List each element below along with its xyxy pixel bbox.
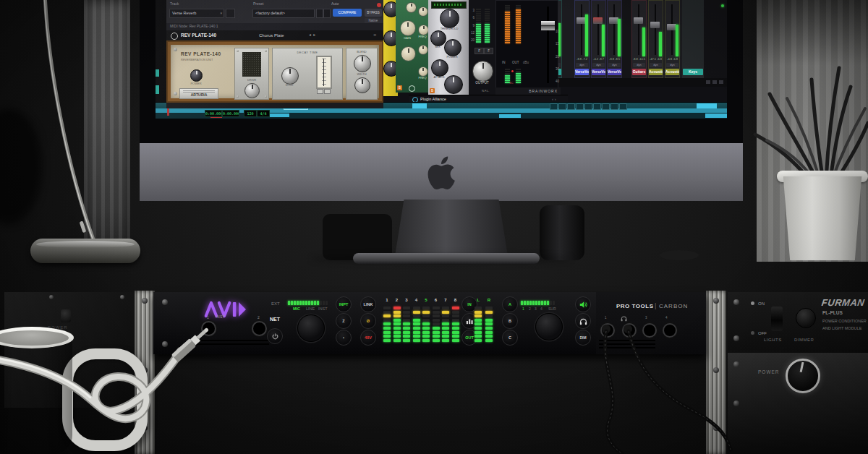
eq-gain-knob[interactable] xyxy=(400,20,416,36)
input-gain-knob[interactable] xyxy=(297,314,325,342)
power-knob[interactable] xyxy=(444,39,461,56)
edit-tool-buttons[interactable] xyxy=(550,103,637,108)
mix-knob[interactable] xyxy=(430,30,446,46)
fader-track[interactable] xyxy=(581,4,582,55)
transport-counter[interactable]: 0:00.000 xyxy=(205,110,222,117)
channel-name-tag[interactable]: VerseVoxVrb xyxy=(592,69,605,75)
z-button[interactable]: Z xyxy=(336,313,352,329)
monitor-volume-knob[interactable] xyxy=(535,313,563,340)
power-toggle[interactable] xyxy=(61,309,71,322)
inpt-button[interactable]: INPT xyxy=(336,296,352,312)
headphone-button[interactable] xyxy=(575,313,591,329)
edit-tool-button[interactable] xyxy=(550,103,558,110)
menu-icon[interactable]: ≡ xyxy=(373,33,376,38)
edit-tool-button[interactable] xyxy=(576,103,584,110)
decay-button[interactable] xyxy=(317,89,323,94)
hp-jack-1[interactable] xyxy=(600,323,615,338)
insert-slot[interactable]: dyn xyxy=(666,63,678,67)
fader-cap[interactable] xyxy=(541,21,555,30)
dimmer-knob[interactable] xyxy=(796,308,816,328)
pad-button[interactable]: • xyxy=(336,330,352,346)
mixer-fader[interactable] xyxy=(593,17,603,24)
transport-counter[interactable]: 120 xyxy=(244,110,257,117)
track-selector[interactable]: Verse Reverb ▾ xyxy=(169,9,224,18)
monitor-b-button[interactable]: B xyxy=(502,313,518,329)
width-knob[interactable] xyxy=(354,77,370,93)
decay-button[interactable] xyxy=(324,89,331,94)
eq-freq-knob[interactable] xyxy=(418,67,428,77)
audio-clip[interactable] xyxy=(697,103,717,108)
librarian-button[interactable] xyxy=(226,9,235,18)
fader-track[interactable] xyxy=(655,4,656,55)
power-button[interactable] xyxy=(267,328,283,344)
preset-selector[interactable]: <factory default> xyxy=(252,9,315,18)
edit-tool-button[interactable] xyxy=(567,103,575,110)
transport-counter[interactable]: 4/4 xyxy=(257,110,270,117)
attack-knob[interactable] xyxy=(431,59,448,77)
channel-name-tag[interactable]: AcousticGtr xyxy=(649,69,663,75)
fader-track[interactable] xyxy=(613,4,615,55)
edit-tool-button[interactable] xyxy=(558,103,566,110)
fader-track[interactable] xyxy=(597,4,599,55)
preset-prev-button[interactable] xyxy=(316,9,323,18)
close-icon[interactable] xyxy=(377,3,381,7)
threshold-knob[interactable] xyxy=(440,9,459,28)
monitor-c-button[interactable]: C xyxy=(502,330,518,346)
audio-clip[interactable] xyxy=(412,103,427,108)
power-knob[interactable] xyxy=(786,359,820,393)
lamp-base[interactable] xyxy=(30,239,140,263)
dim-button[interactable]: DIM xyxy=(575,330,591,346)
recovery-knob[interactable] xyxy=(444,75,463,94)
transport-counter[interactable]: 0:00.000 xyxy=(222,110,239,117)
insert-slot[interactable]: dyn xyxy=(608,63,621,67)
power-knob[interactable] xyxy=(190,69,203,82)
compare-button[interactable]: COMPARE xyxy=(333,9,362,17)
audio-clip[interactable] xyxy=(705,113,727,118)
channel-name-tag[interactable]: AcousticMic xyxy=(665,69,679,75)
edit-tool-button[interactable] xyxy=(602,103,610,110)
channel-name-tag[interactable]: Guitars xyxy=(632,69,646,75)
mixer-scrollbar[interactable] xyxy=(557,78,727,87)
f-button[interactable]: F xyxy=(484,48,493,54)
f-button[interactable]: F xyxy=(475,48,484,54)
edit-tool-button[interactable] xyxy=(610,103,618,110)
blend-knob[interactable] xyxy=(354,55,371,72)
eq-freq-knob[interactable] xyxy=(418,25,429,35)
audio-clip[interactable] xyxy=(499,114,521,118)
channel-name-tag[interactable]: VerseVoxSlp xyxy=(608,69,621,75)
channel-name-tag[interactable]: Keys xyxy=(683,69,703,75)
mode-knob[interactable] xyxy=(281,67,299,85)
fader-track[interactable] xyxy=(547,7,549,83)
edit-tool-button[interactable] xyxy=(584,103,592,110)
eq-freq-knob[interactable] xyxy=(418,7,428,17)
pa-pager[interactable]: ‹ › xyxy=(552,97,556,101)
mini-clip[interactable] xyxy=(156,69,159,77)
hp-jack-2[interactable] xyxy=(622,323,637,338)
channel-name-tag[interactable]: VerseVocls xyxy=(575,69,589,75)
output-knob[interactable] xyxy=(472,61,493,82)
bypass-button[interactable]: BYPASS xyxy=(365,9,382,17)
preset-next-button[interactable] xyxy=(323,9,331,18)
mini-clip[interactable] xyxy=(156,85,159,94)
edit-tool-button[interactable] xyxy=(593,103,601,110)
monitor-a-button[interactable]: A xyxy=(502,296,518,312)
insert-slot[interactable]: dyn xyxy=(592,63,605,67)
speaker-button[interactable] xyxy=(575,296,591,312)
fader-track[interactable] xyxy=(638,4,639,55)
link-button[interactable]: LINK xyxy=(360,296,376,312)
hp-jack-3[interactable] xyxy=(642,323,657,338)
edit-tool-button[interactable] xyxy=(619,103,627,110)
eq-freq-knob[interactable] xyxy=(418,45,428,55)
lights-switch[interactable] xyxy=(771,307,783,331)
drive-knob[interactable] xyxy=(244,83,260,98)
phantom-button[interactable]: 48V xyxy=(360,330,376,346)
hp-jack-4[interactable] xyxy=(663,323,677,338)
eq-gain-knob[interactable] xyxy=(406,2,417,13)
insert-slot[interactable]: dyn xyxy=(650,63,662,67)
phase-button[interactable]: Ø xyxy=(360,313,376,329)
insert-slot[interactable]: dyn xyxy=(576,63,588,67)
inst1-jack[interactable] xyxy=(201,321,216,336)
preset-name[interactable]: Chorus Plate xyxy=(259,33,284,38)
inst2-jack[interactable] xyxy=(252,321,267,336)
mixer-fader[interactable] xyxy=(634,17,643,24)
